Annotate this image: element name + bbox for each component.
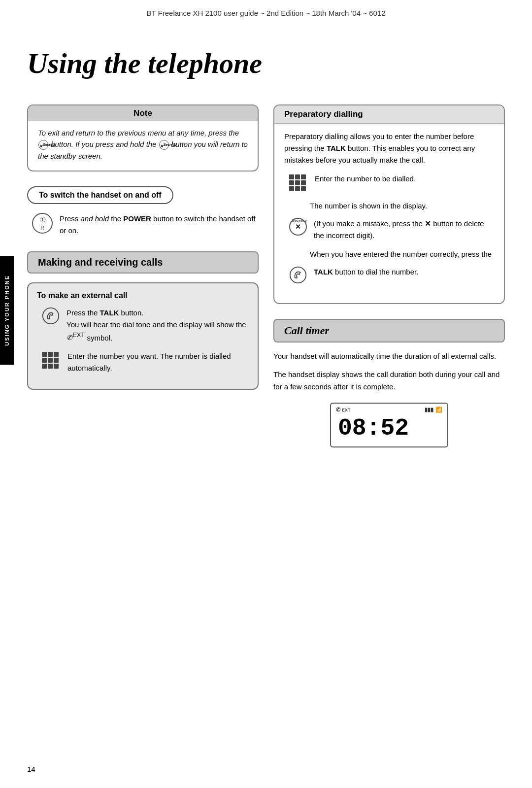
keypad-icon-2: [289, 174, 308, 193]
secrecy-button-inline2: ✕Secrecy: [159, 140, 169, 150]
call-timer-section: Call timer Your handset will automatical…: [273, 319, 505, 447]
page-title: Using the telephone: [27, 47, 505, 80]
right-column: Preparatory dialling Preparatory diallin…: [273, 104, 505, 447]
prep-step-1-text: Enter the number to be dialled.: [315, 173, 494, 185]
ext-step-1-text: Press the TALK button. You will hear the…: [66, 307, 249, 344]
talk-icon-1: [42, 307, 60, 327]
screen-ext-label: ✆ EXT: [336, 407, 351, 413]
secrecy-button-inline: ✕Secrecy: [38, 140, 48, 150]
power-instruction-text: Press and hold the POWER button to switc…: [60, 213, 259, 237]
call-timer-para1: Your handset will automatically time the…: [273, 350, 505, 363]
prep-dial-box: Preparatory dialling Preparatory diallin…: [273, 104, 505, 304]
call-timer-display: ✆ EXT ▮▮▮ 📶 08:52: [330, 403, 448, 447]
screen-time: 08:52: [336, 415, 442, 442]
prep-step-5: TALK button to dial the number.: [284, 266, 494, 287]
making-calls-section: Making and receiving calls To make an ex…: [27, 251, 259, 390]
switch-header: To switch the handset on and off: [27, 186, 173, 204]
power-icon: ① R: [32, 213, 53, 234]
prep-dial-header: Preparatory dialling: [274, 105, 504, 124]
talk-icon-2: [289, 266, 307, 287]
page-header: BT Freelance XH 2100 user guide ~ 2nd Ed…: [0, 0, 532, 22]
left-column: Note To exit and return to the previous …: [27, 104, 259, 399]
keypad-icon-1: [42, 352, 61, 371]
screen-top-bar: ✆ EXT ▮▮▮ 📶: [336, 407, 442, 413]
external-call-header: To make an external call: [37, 291, 249, 300]
external-call-box: To make an external call Press the TALK …: [27, 282, 259, 390]
prep-step-4-text: When you have entered the number correct…: [284, 248, 494, 260]
note-title: Note: [28, 105, 258, 121]
ext-step-2: Enter the number you want. The number is…: [37, 350, 249, 374]
prep-step-2-text: The number is shown in the display.: [284, 200, 494, 212]
making-calls-header: Making and receiving calls: [27, 251, 259, 274]
battery-indicator: ▮▮▮: [425, 407, 433, 413]
prep-step-3: ✕ Secrecy (If you make a mistake, press …: [284, 218, 494, 241]
ext-step-2-text: Enter the number you want. The number is…: [67, 350, 249, 374]
sidebar-tab: USING YOUR PHONE: [0, 256, 14, 365]
call-timer-header: Call timer: [273, 319, 505, 343]
note-body: To exit and return to the previous menu …: [38, 127, 248, 162]
prep-step-3-text: (If you make a mistake, press the ✕ butt…: [314, 218, 494, 241]
power-section: To switch the handset on and off ① R Pre…: [27, 186, 259, 237]
secrecy-icon: ✕ Secrecy: [289, 218, 307, 236]
prep-dial-intro: Preparatory dialling allows you to enter…: [284, 131, 494, 166]
svg-point-1: [290, 267, 306, 283]
page-number: 14: [27, 765, 35, 773]
prep-step-1: Enter the number to be dialled.: [284, 173, 494, 193]
call-timer-para2: The handset display shows the call durat…: [273, 369, 505, 393]
sidebar-label: USING YOUR PHONE: [4, 275, 10, 346]
note-box: Note To exit and return to the previous …: [27, 104, 259, 171]
signal-indicator: 📶: [435, 407, 442, 413]
power-instruction-row: ① R Press and hold the POWER button to s…: [27, 213, 259, 237]
svg-point-0: [43, 308, 59, 324]
ext-step-1: Press the TALK button. You will hear the…: [37, 307, 249, 344]
prep-step-5-text: TALK button to dial the number.: [314, 266, 494, 278]
screen-icons: ▮▮▮ 📶: [425, 407, 442, 413]
